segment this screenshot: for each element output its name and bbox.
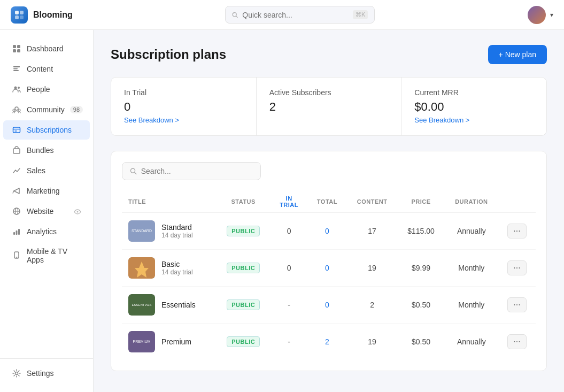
plans-table-body: STANDARD Standard 14 day trial PUBLIC 0 … [122,213,536,360]
table-search-input[interactable] [141,167,253,175]
sidebar-label-website: Website [27,207,53,216]
sidebar-item-dashboard[interactable]: Dashboard [3,39,90,58]
plan-status-cell: PUBLIC [217,250,271,287]
community-badge: 98 [70,106,83,113]
app-logo [11,6,28,24]
svg-rect-18 [13,127,20,133]
col-duration: DURATION [445,191,498,213]
col-title: TITLE [122,191,217,213]
subscriptions-icon [12,125,21,135]
sidebar-item-people[interactable]: People [3,80,90,99]
search-shortcut: ⌘K [353,10,368,19]
plan-duration-cell: Monthly [445,250,498,287]
plan-actions-button[interactable]: ··· [507,224,526,239]
avatar[interactable] [528,6,546,24]
people-icon [12,84,21,94]
svg-rect-8 [13,49,16,52]
plan-price-cell: $0.50 [398,287,445,324]
table-section: TITLE STATUS INTRIAL TOTAL CONTENT PRICE… [111,151,547,371]
plan-actions-cell: ··· [498,250,536,287]
global-search[interactable]: ⌘K [225,6,375,24]
plan-actions-button[interactable]: ··· [507,297,526,312]
analytics-icon [12,227,21,236]
plan-in-trial-cell: 0 [271,213,307,250]
sidebar-item-community[interactable]: Community 98 [3,100,90,119]
new-plan-button[interactable]: + New plan [488,45,547,64]
svg-point-17 [18,109,20,111]
svg-line-22 [13,191,14,193]
plan-title-cell: Basic 14 day trial [122,250,217,287]
status-badge: PUBLIC [227,263,260,273]
plan-in-trial-cell: 0 [271,250,307,287]
plan-thumbnail: PREMIUM [128,331,155,352]
svg-text:STANDARD: STANDARD [132,229,152,233]
sidebar-label-community: Community [27,105,65,114]
svg-rect-6 [13,45,16,48]
sidebar-item-bundles[interactable]: Bundles [3,141,90,160]
table-row: STANDARD Standard 14 day trial PUBLIC 0 … [122,213,536,250]
table-search-icon [130,167,137,175]
stat-link-in-trial[interactable]: See Breakdown > [124,116,179,124]
website-icon [12,206,21,216]
settings-icon [12,368,21,378]
plan-trial: 14 day trial [161,268,193,276]
plan-status-cell: PUBLIC [217,287,271,324]
search-input[interactable] [242,11,349,19]
svg-rect-29 [18,229,20,235]
table-row: ESSENTIALS Essentials PUBLIC - 0 2 $0.50… [122,287,536,324]
brand-name: Blooming [33,10,73,20]
table-row: Basic 14 day trial PUBLIC 0 0 19 $9.99 M… [122,250,536,287]
sidebar-item-content[interactable]: Content [3,59,90,79]
sidebar-label-dashboard: Dashboard [27,44,64,53]
sidebar-item-analytics[interactable]: Analytics [3,222,90,241]
svg-point-14 [18,87,20,89]
svg-text:PREMIUM: PREMIUM [133,340,150,343]
col-actions [498,191,536,213]
stat-card-active-subscribers: Active Subscribers 2 [257,78,402,135]
sidebar-label-sales: Sales [27,166,45,175]
sidebar-item-marketing[interactable]: Marketing [3,181,90,201]
website-preview-icon[interactable] [74,207,81,216]
main-layout: Dashboard Content People Community 98 [0,30,564,392]
sidebar: Dashboard Content People Community 98 [0,30,94,392]
sidebar-label-content: Content [27,65,53,73]
topbar-left: Blooming [11,6,73,24]
avatar-dropdown-chevron[interactable]: ▾ [550,11,553,19]
svg-point-15 [15,107,18,110]
svg-rect-1 [20,11,24,14]
table-search-bar[interactable] [122,162,261,180]
plan-content-cell: 19 [347,250,398,287]
svg-rect-12 [13,70,19,71]
dashboard-icon [12,44,21,53]
stat-label-in-trial: In Trial [124,88,243,97]
table-row: PREMIUM Premium PUBLIC - 2 19 $0.50 Annu… [122,324,536,360]
plan-thumbnail [128,257,155,279]
sidebar-item-mobile-tv[interactable]: Mobile & TV Apps [3,242,90,269]
plan-total-cell: 0 [307,250,346,287]
col-total: TOTAL [307,191,346,213]
stat-value-active-subscribers: 2 [269,100,389,114]
sidebar-item-subscriptions[interactable]: Subscriptions [3,120,90,140]
plan-actions-button[interactable]: ··· [507,334,526,349]
plan-status-cell: PUBLIC [217,213,271,250]
sales-icon [12,166,21,175]
stats-row: In Trial 0 See Breakdown > Active Subscr… [111,77,547,136]
sidebar-item-website[interactable]: Website [3,202,90,221]
status-badge: PUBLIC [227,336,260,347]
table-header: TITLE STATUS INTRIAL TOTAL CONTENT PRICE… [122,191,536,213]
plan-total-cell: 0 [307,213,346,250]
plan-thumbnail: ESSENTIALS [128,294,155,316]
stat-link-mrr[interactable]: See Breakdown > [414,116,469,124]
sidebar-item-settings[interactable]: Settings [3,364,90,383]
plan-title-cell: ESSENTIALS Essentials [122,287,217,324]
sidebar-item-sales[interactable]: Sales [3,161,90,180]
sidebar-label-analytics: Analytics [27,227,57,236]
plan-actions-button[interactable]: ··· [507,260,526,275]
plan-duration-cell: Monthly [445,287,498,324]
status-badge: PUBLIC [227,299,260,310]
plan-thumbnail: STANDARD [128,220,155,242]
svg-rect-7 [17,45,20,48]
stat-card-in-trial: In Trial 0 See Breakdown > [111,78,257,135]
plan-content-cell: 19 [347,324,398,360]
svg-rect-2 [15,16,19,19]
